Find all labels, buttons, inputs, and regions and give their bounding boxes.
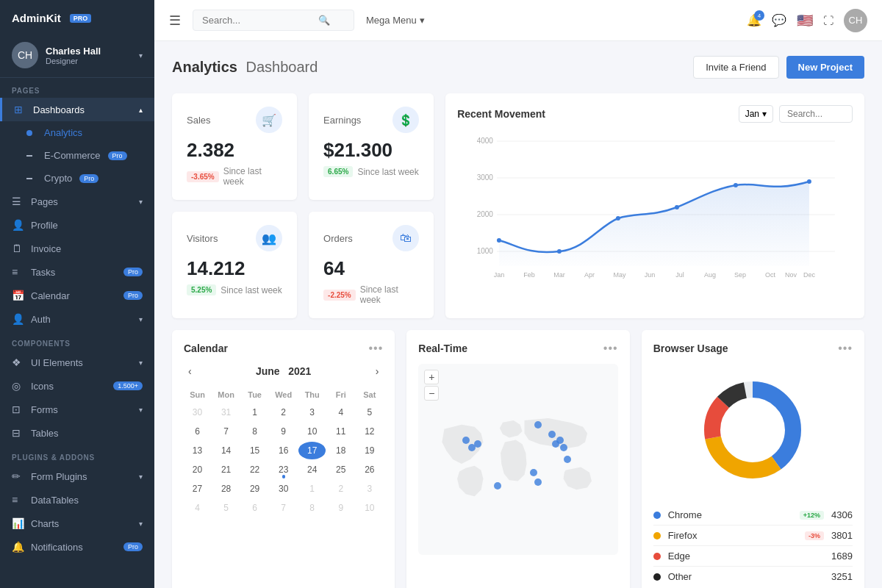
sidebar-item-crypto[interactable]: Crypto Pro (0, 167, 154, 190)
realtime-menu[interactable]: ••• (603, 342, 618, 355)
cal-day[interactable]: 1 (298, 480, 326, 498)
topbar-right: 🔔 4 💬 🇺🇸 ⛶ CH (747, 9, 867, 32)
cal-day[interactable]: 1 (241, 404, 268, 421)
chart-search-input[interactable] (779, 105, 853, 123)
cal-day-today[interactable]: 17 (298, 442, 326, 459)
search-box[interactable]: 🔍 (193, 10, 354, 31)
cal-day[interactable]: 4 (327, 404, 354, 421)
cal-day[interactable]: 11 (327, 423, 354, 440)
cal-day[interactable]: 5 (212, 499, 240, 517)
cal-day[interactable]: 20 (184, 461, 211, 478)
invite-friend-button[interactable]: Invite a Friend (693, 56, 778, 79)
sidebar-item-icons[interactable]: ◎ Icons 1.500+ (0, 374, 154, 398)
cal-day[interactable]: 8 (241, 423, 268, 440)
cal-day[interactable]: 4 (184, 499, 211, 517)
cal-day[interactable]: 2 (270, 404, 297, 421)
cal-day[interactable]: 31 (212, 404, 240, 421)
cal-day[interactable]: 3 (298, 404, 326, 421)
cal-day[interactable]: 7 (270, 499, 297, 517)
sales-value: 2.382 (187, 139, 282, 162)
cal-day[interactable]: 30 (184, 404, 211, 421)
cal-day[interactable]: 2 (327, 480, 354, 498)
sidebar-item-ecommerce[interactable]: E-Commerce Pro (0, 144, 154, 167)
sidebar-item-tasks[interactable]: ≡ Tasks Pro (0, 260, 154, 284)
sidebar-item-tables[interactable]: ⊟ Tables (0, 421, 154, 445)
new-project-button[interactable]: New Project (786, 56, 864, 79)
orders-title: Orders (323, 233, 353, 244)
calendar-label: Calendar (31, 290, 116, 301)
sidebar-item-dashboards[interactable]: ⊞ Dashboards ▴ (0, 98, 154, 121)
sidebar-item-datatables[interactable]: ≡ DataTables (0, 488, 154, 512)
sidebar-item-notifications[interactable]: 🔔 Notifications Pro (0, 535, 154, 559)
cal-day[interactable]: 27 (184, 480, 211, 498)
cal-day[interactable]: 7 (212, 423, 240, 440)
earnings-footer: 6.65% Since last week (323, 166, 419, 177)
calendar-menu[interactable]: ••• (369, 342, 384, 355)
cal-day-dot[interactable]: 23 (270, 461, 297, 478)
cal-day[interactable]: 24 (298, 461, 326, 478)
cal-prev-button[interactable]: ‹ (184, 364, 196, 379)
cal-day[interactable]: 22 (241, 461, 268, 478)
cal-day[interactable]: 19 (356, 442, 383, 459)
sidebar-item-form-plugins[interactable]: ✏ Form Plugins ▾ (0, 465, 154, 488)
sales-title: Sales (187, 115, 211, 126)
charts-label: Charts (31, 518, 132, 529)
invoice-label: Invoice (31, 243, 143, 254)
stat-card-visitors: Visitors 👥 14.212 5.25% Since last week (172, 212, 297, 318)
cal-day[interactable]: 13 (184, 442, 211, 459)
sidebar-item-ui-elements[interactable]: ❖ UI Elements ▾ (0, 351, 154, 374)
sidebar-item-forms[interactable]: ⊡ Forms ▾ (0, 398, 154, 421)
svg-text:Feb: Feb (523, 271, 535, 279)
sidebar-item-charts[interactable]: 📊 Charts ▾ (0, 512, 154, 535)
cal-day[interactable]: 30 (270, 480, 297, 498)
forms-chevron: ▾ (139, 406, 143, 414)
message-icon[interactable]: 💬 (772, 13, 786, 27)
visitors-footer-text: Since last week (220, 285, 282, 295)
cal-day[interactable]: 26 (356, 461, 383, 478)
sidebar-item-auth[interactable]: 👤 Auth ▾ (0, 307, 154, 331)
notification-bell[interactable]: 🔔 4 (747, 13, 761, 27)
browser-item-chrome: Chrome +12% 4306 (653, 505, 853, 526)
cal-day[interactable]: 25 (327, 461, 354, 478)
cal-day[interactable]: 9 (270, 423, 297, 440)
cal-day[interactable]: 6 (184, 423, 211, 440)
sidebar-item-invoice[interactable]: 🗒 Invoice (0, 237, 154, 260)
sidebar-item-calendar[interactable]: 📅 Calendar Pro (0, 284, 154, 307)
browser-menu[interactable]: ••• (838, 342, 853, 355)
fullscreen-icon[interactable]: ⛶ (823, 15, 833, 26)
cal-day[interactable]: 28 (212, 480, 240, 498)
hamburger-icon[interactable]: ☰ (169, 12, 181, 29)
chart-controls: Jan ▾ (739, 105, 853, 123)
sidebar-item-pages[interactable]: ☰ Pages ▾ (0, 190, 154, 213)
cal-days-header: Sun Mon Tue Wed Thu Fri Sat 30 31 1 2 3 … (184, 387, 383, 517)
svg-point-12 (734, 183, 738, 187)
svg-text:3000: 3000 (477, 173, 494, 182)
month-select[interactable]: Jan ▾ (739, 105, 773, 123)
search-icon: 🔍 (318, 15, 330, 26)
cal-day[interactable]: 15 (241, 442, 268, 459)
cal-day[interactable]: 29 (241, 480, 268, 498)
map-dot (548, 431, 556, 438)
user-avatar-topbar[interactable]: CH (844, 9, 867, 32)
flag-icon[interactable]: 🇺🇸 (797, 12, 813, 29)
cal-day[interactable]: 9 (327, 499, 354, 517)
cal-next-button[interactable]: › (371, 364, 384, 379)
cal-day[interactable]: 5 (356, 404, 383, 421)
cal-day[interactable]: 21 (212, 461, 240, 478)
cal-day[interactable]: 16 (270, 442, 297, 459)
sidebar-item-profile[interactable]: 👤 Profile (0, 213, 154, 237)
cal-day[interactable]: 18 (327, 442, 354, 459)
cal-day[interactable]: 14 (212, 442, 240, 459)
browser-list: Chrome +12% 4306 Firefox -3% 3801 Edge 1… (653, 505, 853, 587)
search-input[interactable] (202, 15, 312, 26)
sales-icon: 🛒 (256, 107, 282, 133)
sidebar-item-analytics[interactable]: Analytics (0, 121, 154, 144)
mega-menu[interactable]: Mega Menu ▾ (366, 15, 425, 26)
cal-day[interactable]: 8 (298, 499, 326, 517)
cal-day[interactable]: 12 (356, 423, 383, 440)
cal-day[interactable]: 3 (356, 480, 383, 498)
cal-day[interactable]: 6 (241, 499, 268, 517)
cal-day[interactable]: 10 (356, 499, 383, 517)
cal-day[interactable]: 10 (298, 423, 326, 440)
sidebar-user[interactable]: CH Charles Hall Designer ▾ (0, 33, 154, 78)
